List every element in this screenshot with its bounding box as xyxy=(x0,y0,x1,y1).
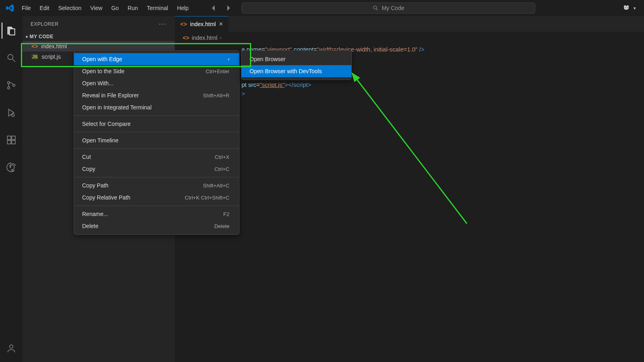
activity-search[interactable] xyxy=(2,48,21,68)
context-menu-item-cut[interactable]: CutCtrl+X xyxy=(74,151,239,163)
explorer-title: EXPLORER xyxy=(31,21,58,27)
titlebar: File Edit Selection View Go Run Terminal… xyxy=(0,0,644,16)
svg-point-7 xyxy=(12,114,14,117)
submenu-label: Open Browser with DevTools xyxy=(250,68,322,74)
context-menu-shortcut: Delete xyxy=(214,223,229,229)
context-menu-label: Delete xyxy=(82,223,98,229)
context-menu-label: Open With... xyxy=(82,80,114,86)
chevron-down-icon[interactable]: ▾ xyxy=(634,6,636,11)
context-menu-shortcut: Ctrl+C xyxy=(215,166,229,172)
editor-tabs: <> index.html × xyxy=(175,16,644,32)
context-menu-shortcut: Shift+Alt+R xyxy=(203,93,229,99)
submenu-item-open-browser[interactable]: Open Browser xyxy=(242,53,351,65)
search-text: My Code xyxy=(382,5,404,11)
tab-label: index.html xyxy=(190,21,216,27)
context-menu-label: Reveal in File Explorer xyxy=(82,92,139,99)
context-menu-divider xyxy=(74,206,239,206)
menu-go[interactable]: Go xyxy=(107,2,123,14)
breadcrumb[interactable]: <> index.html › xyxy=(175,32,644,43)
context-menu-shortcut: Shift+Alt+C xyxy=(203,183,229,189)
menu-help[interactable]: Help xyxy=(173,2,193,14)
svg-point-6 xyxy=(12,84,14,86)
svg-point-12 xyxy=(9,345,13,348)
search-icon xyxy=(373,5,378,11)
context-menu-item-copy-path[interactable]: Copy PathShift+Alt+C xyxy=(74,179,239,191)
svg-line-1 xyxy=(376,9,378,10)
activity-source-control[interactable] xyxy=(2,76,21,95)
context-menu-label: Open to the Side xyxy=(82,68,124,74)
menu-run[interactable]: Run xyxy=(124,2,142,14)
submenu-item-open-browser-with-devtools[interactable]: Open Browser with DevTools xyxy=(242,65,351,77)
tab-index-html[interactable]: <> index.html × xyxy=(175,16,229,32)
activity-explorer[interactable] xyxy=(2,21,21,40)
context-menu-label: Open with Edge xyxy=(82,56,122,62)
svg-rect-10 xyxy=(12,140,15,144)
context-menu-item-select-for-compare[interactable]: Select for Compare xyxy=(74,118,239,130)
activity-extensions[interactable] xyxy=(2,130,21,150)
activity-bar xyxy=(0,16,23,362)
html-file-icon: <> xyxy=(183,35,189,41)
command-center-search[interactable]: My Code xyxy=(242,2,535,14)
context-menu-item-copy-relative-path[interactable]: Copy Relative PathCtrl+K Ctrl+Shift+C xyxy=(74,191,239,204)
file-context-menu: Open with Edge›Open to the SideCtrl+Ente… xyxy=(74,50,239,235)
context-menu-item-reveal-in-file-explorer[interactable]: Reveal in File ExplorerShift+Alt+R xyxy=(74,89,239,101)
activity-edge-icon[interactable] xyxy=(2,158,21,177)
chevron-right-icon: › xyxy=(228,56,229,62)
context-menu-shortcut: Ctrl+K Ctrl+Shift+C xyxy=(185,195,229,201)
annotation-arrow-icon xyxy=(350,72,471,225)
svg-rect-9 xyxy=(7,140,11,144)
context-menu-shortcut: Ctrl+Enter xyxy=(206,68,229,74)
context-menu-divider xyxy=(74,177,239,177)
context-menu-label: Rename... xyxy=(82,211,108,217)
context-menu-item-open-timeline[interactable]: Open Timeline xyxy=(74,134,239,146)
context-menu-divider xyxy=(74,148,239,149)
nav-back-icon[interactable] xyxy=(210,4,217,12)
menu-view[interactable]: View xyxy=(86,2,106,14)
main-menu: File Edit Selection View Go Run Terminal… xyxy=(18,2,192,14)
file-label: script.js xyxy=(41,53,60,60)
svg-rect-11 xyxy=(12,136,15,140)
copilot-icon[interactable] xyxy=(622,4,630,12)
context-menu-item-rename[interactable]: Rename...F2 xyxy=(74,208,239,220)
context-menu-item-open-in-integrated-terminal[interactable]: Open in Integrated Terminal xyxy=(74,101,239,113)
context-menu-label: Copy xyxy=(82,166,95,172)
activity-run-debug[interactable] xyxy=(2,103,21,122)
context-menu-divider xyxy=(74,115,239,116)
workspace-name: MY CODE xyxy=(30,34,54,39)
context-menu-item-open-with[interactable]: Open With... xyxy=(74,77,239,89)
context-menu-item-open-with-edge[interactable]: Open with Edge› xyxy=(74,53,239,65)
context-menu-item-copy[interactable]: CopyCtrl+C xyxy=(74,163,239,175)
html-file-icon: <> xyxy=(31,43,38,49)
js-file-icon: JS xyxy=(31,54,38,60)
chevron-down-icon: ▾ xyxy=(26,35,28,39)
html-file-icon: <> xyxy=(180,21,187,27)
breadcrumb-file: index.html xyxy=(192,35,217,41)
context-menu-divider xyxy=(74,132,239,132)
context-menu-label: Open in Integrated Terminal xyxy=(82,104,152,111)
svg-point-2 xyxy=(8,54,13,60)
svg-line-13 xyxy=(356,78,467,224)
menu-selection[interactable]: Selection xyxy=(54,2,86,14)
nav-forward-icon[interactable] xyxy=(225,4,232,12)
open-with-edge-submenu: Open BrowserOpen Browser with DevTools xyxy=(241,50,352,80)
menu-edit[interactable]: Edit xyxy=(36,2,54,14)
context-menu-shortcut: Ctrl+X xyxy=(215,154,229,160)
menu-file[interactable]: File xyxy=(18,2,35,14)
activity-accounts[interactable] xyxy=(2,339,21,358)
submenu-label: Open Browser xyxy=(250,56,285,62)
context-menu-item-delete[interactable]: DeleteDelete xyxy=(74,220,239,232)
svg-rect-8 xyxy=(7,136,11,140)
menu-terminal[interactable]: Terminal xyxy=(143,2,172,14)
more-actions-icon[interactable]: ··· xyxy=(159,21,167,28)
svg-line-3 xyxy=(12,59,15,62)
context-menu-item-open-to-the-side[interactable]: Open to the SideCtrl+Enter xyxy=(74,65,239,77)
chevron-right-icon: › xyxy=(220,35,221,41)
svg-point-0 xyxy=(374,6,377,9)
close-icon[interactable]: × xyxy=(219,21,223,28)
workspace-folder-header[interactable]: ▾ MY CODE xyxy=(23,32,175,41)
vscode-logo-icon xyxy=(4,2,16,14)
svg-point-4 xyxy=(7,82,9,84)
context-menu-label: Open Timeline xyxy=(82,137,118,144)
context-menu-label: Copy Relative Path xyxy=(82,194,130,201)
svg-point-5 xyxy=(7,87,9,89)
